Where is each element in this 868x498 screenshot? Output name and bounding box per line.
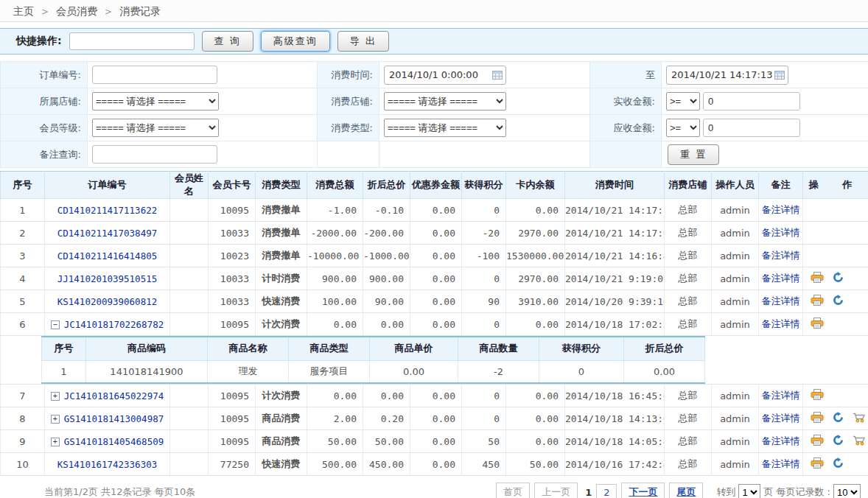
quick-search-input[interactable]	[69, 32, 195, 50]
print-icon[interactable]	[811, 435, 824, 448]
undo-icon[interactable]	[833, 435, 844, 448]
note-detail-link[interactable]: 备注详情	[762, 458, 800, 469]
subtable-container: 序号商品编码商品名称商品类型商品单价商品数量获得积分折后总价1141018141…	[1, 336, 868, 385]
time-from-input[interactable]: 2014/10/1 0:00:00	[384, 66, 506, 85]
order-number-link[interactable]: JC1410181645022974	[64, 390, 164, 401]
order-number-link[interactable]: JJ1410201039510515	[57, 273, 157, 284]
order-no-input[interactable]	[92, 66, 217, 84]
card-balance: 0.00	[506, 385, 565, 407]
card-balance: 3910.00	[506, 290, 565, 313]
print-icon[interactable]	[811, 295, 824, 308]
to-label: 至	[590, 62, 662, 88]
receivable-operator-select[interactable]: >=	[666, 119, 700, 137]
row-number: 3	[1, 245, 45, 267]
export-button[interactable]: 导 出	[337, 31, 389, 52]
undo-icon[interactable]	[833, 412, 844, 425]
operations-cell	[803, 385, 868, 407]
order-number-link[interactable]: CD1410211417113622	[57, 205, 157, 216]
discounted-total: 50.00	[363, 430, 410, 453]
undo-icon[interactable]	[833, 295, 844, 308]
member-card-no: 10095	[209, 313, 256, 336]
advanced-query-button[interactable]: 高级查询	[261, 31, 330, 52]
note-detail-link[interactable]: 备注详情	[762, 273, 800, 284]
page-2-button[interactable]: 2	[596, 484, 617, 498]
operations-cell	[803, 453, 868, 476]
order-number-link[interactable]: KS1410161742336303	[57, 459, 157, 470]
cart-icon[interactable]	[853, 435, 867, 448]
discounted-total: -0.10	[363, 199, 410, 222]
note-detail-link[interactable]: 备注详情	[762, 295, 800, 306]
note-detail-link[interactable]: 备注详情	[762, 227, 800, 238]
order-number-cell: +GS1410181405468509	[45, 430, 170, 453]
order-number-link[interactable]: GS1410181413004987	[64, 413, 164, 424]
time-to-input[interactable]: 2014/10/21 14:17:13	[666, 66, 788, 85]
operator: admin	[712, 453, 759, 476]
order-number-link[interactable]: CD1410211416414805	[57, 250, 157, 262]
calendar-icon[interactable]	[492, 71, 503, 80]
note-detail-link[interactable]: 备注详情	[762, 435, 800, 446]
expand-icon[interactable]: +	[51, 438, 60, 446]
consume-type-select[interactable]: ===== 请选择 =====	[384, 119, 506, 137]
expand-icon[interactable]: +	[51, 392, 60, 401]
note-detail-link[interactable]: 备注详情	[762, 204, 800, 215]
operations-cell	[803, 290, 868, 313]
received-operator-select[interactable]: >=	[666, 92, 700, 111]
prev-page-button[interactable]: 上一页	[534, 483, 578, 498]
consume-store: 总部	[665, 199, 712, 222]
coupon-amount: 0.00	[410, 199, 462, 222]
consume-total: -1.00	[307, 199, 363, 222]
order-number-link[interactable]: JC1410181702268782	[64, 319, 164, 330]
reset-button[interactable]: 重 置	[668, 144, 719, 165]
next-page-button[interactable]: 下一页	[621, 483, 665, 498]
table-row: 6−JC141018170226878210095计次消费0.000.000.0…	[1, 313, 868, 336]
consume-store-select[interactable]: ===== 请选择 =====	[384, 92, 506, 111]
per-page-select[interactable]: 10	[833, 484, 861, 498]
breadcrumb-home[interactable]: 主页	[13, 5, 34, 17]
points-gained: 0	[462, 407, 506, 430]
column-header: 卡内余额	[506, 172, 565, 199]
order-number-link[interactable]: CD1410211417038497	[57, 228, 157, 239]
subtable-row: 序号商品编码商品名称商品类型商品单价商品数量获得积分折后总价1141018141…	[1, 336, 868, 385]
column-header: 会员卡号	[209, 172, 256, 199]
note-query-input[interactable]	[92, 145, 217, 164]
print-icon[interactable]	[811, 272, 824, 285]
column-header: 消费店铺	[665, 172, 712, 199]
print-icon[interactable]	[811, 389, 824, 402]
order-number-link[interactable]: GS1410181405468509	[64, 436, 164, 447]
undo-icon[interactable]	[833, 457, 844, 471]
breadcrumb-member-consume[interactable]: 会员消费	[56, 5, 97, 17]
receivable-amount-input[interactable]	[703, 119, 800, 137]
calendar-icon[interactable]	[774, 71, 785, 80]
discounted-total: 0.20	[363, 407, 410, 430]
undo-icon[interactable]	[833, 272, 844, 285]
expand-icon[interactable]: +	[51, 415, 60, 424]
discounted-total: 900.00	[363, 267, 410, 290]
goto-page-select[interactable]: 1	[738, 484, 760, 498]
first-page-button[interactable]: 首页	[496, 483, 530, 498]
member-level-select[interactable]: ===== 请选择 =====	[92, 119, 219, 137]
print-icon[interactable]	[811, 412, 824, 425]
received-amount-input[interactable]	[703, 92, 800, 111]
per-page-label: 每页记录数 :	[776, 485, 830, 498]
subtable-cell: 141018141900	[86, 360, 208, 383]
note-detail-link[interactable]: 备注详情	[762, 250, 800, 261]
note-detail-link[interactable]: 备注详情	[762, 413, 800, 424]
breadcrumb: 主页>会员消费>消费记录	[0, 0, 868, 22]
last-page-button[interactable]: 尾页	[669, 483, 703, 498]
note-detail-link[interactable]: 备注详情	[762, 390, 800, 401]
query-button[interactable]: 查 询	[202, 31, 253, 52]
operator: admin	[712, 313, 759, 336]
cart-icon[interactable]	[853, 412, 867, 425]
operator: admin	[712, 199, 759, 222]
consume-total: -10000.00	[307, 245, 363, 267]
member-name	[170, 199, 209, 222]
print-icon[interactable]	[811, 457, 824, 471]
points-gained: 0	[462, 267, 506, 290]
print-icon[interactable]	[811, 318, 824, 331]
subtable-column-header: 获得积分	[539, 337, 624, 360]
order-number-link[interactable]: KS1410200939060812	[57, 296, 157, 307]
own-store-select[interactable]: ===== 请选择 =====	[92, 92, 219, 111]
note-detail-link[interactable]: 备注详情	[762, 318, 800, 329]
collapse-icon[interactable]: −	[51, 320, 60, 329]
order-number-cell: +JC1410181645022974	[45, 385, 170, 407]
